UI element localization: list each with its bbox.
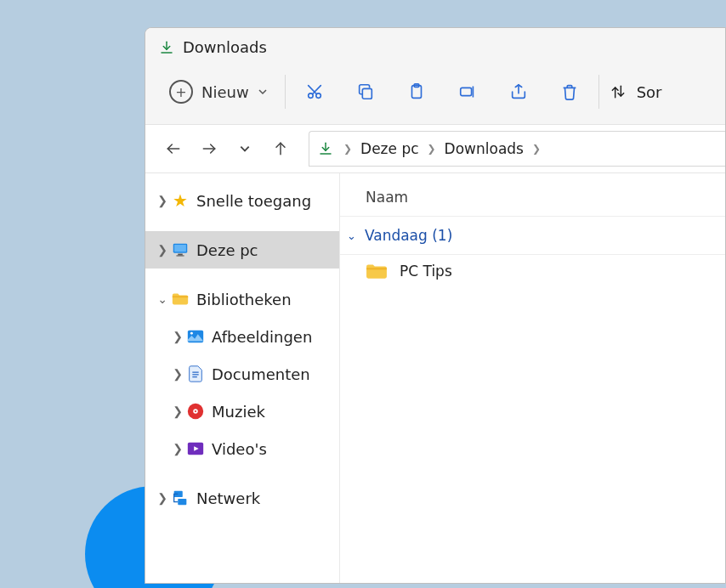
svg-rect-9	[176, 255, 184, 256]
new-button[interactable]: + Nieuw	[164, 76, 273, 107]
sidebar-item-label: Snelle toegang	[196, 192, 311, 210]
sidebar-item-label: Muziek	[212, 403, 265, 421]
chevron-down-icon	[258, 87, 268, 97]
pc-icon	[171, 240, 190, 259]
sidebar-item-label: Deze pc	[196, 241, 258, 259]
plus-icon: +	[169, 80, 193, 104]
forward-button[interactable]	[191, 132, 227, 166]
sidebar-item-this-pc[interactable]: ❯ Deze pc	[145, 231, 339, 269]
toolbar: + Nieuw	[145, 61, 725, 125]
music-icon	[186, 402, 205, 421]
sidebar-item-network[interactable]: ❯ Netwerk	[145, 479, 339, 517]
file-group-header[interactable]: ⌄ Vandaag (1)	[340, 216, 725, 255]
share-button[interactable]	[495, 75, 542, 109]
sort-label: Sor	[637, 83, 662, 101]
sidebar-item-pictures[interactable]: ❯ Afbeeldingen	[145, 318, 339, 355]
toolbar-separator	[285, 75, 286, 109]
sidebar-item-documents[interactable]: ❯ Documenten	[145, 355, 339, 393]
copy-icon	[356, 82, 375, 101]
folder-icon	[366, 262, 388, 280]
sort-button[interactable]: Sor	[610, 83, 662, 101]
share-icon	[509, 82, 528, 101]
svg-rect-2	[362, 88, 372, 99]
file-name: PC Tips	[400, 263, 452, 280]
navigation-pane: ❯ ★ Snelle toegang ❯ Deze pc ⌄	[145, 173, 340, 583]
new-button-label: Nieuw	[201, 83, 249, 101]
svg-rect-19	[366, 268, 387, 269]
breadcrumb-item[interactable]: Downloads	[441, 140, 527, 157]
sidebar-item-label: Video's	[212, 440, 267, 458]
chevron-right-icon: ❯	[343, 143, 352, 155]
file-row[interactable]: PC Tips	[340, 255, 725, 287]
documents-icon	[186, 365, 205, 383]
sidebar-item-quick-access[interactable]: ❯ ★ Snelle toegang	[145, 182, 339, 219]
arrow-right-icon	[201, 140, 218, 157]
paste-icon	[407, 82, 426, 101]
sidebar-item-label: Afbeeldingen	[212, 328, 312, 346]
trash-icon	[560, 82, 579, 101]
window-body: ❯ ★ Snelle toegang ❯ Deze pc ⌄	[145, 173, 725, 583]
star-icon: ★	[171, 191, 190, 210]
address-bar[interactable]: ❯ Deze pc ❯ Downloads ❯	[309, 131, 725, 167]
chevron-right-icon[interactable]: ❯	[154, 243, 171, 257]
chevron-down-icon: ⌄	[347, 229, 356, 242]
chevron-right-icon: ❯	[532, 143, 541, 155]
svg-rect-8	[178, 254, 183, 256]
chevron-right-icon[interactable]: ❯	[169, 367, 186, 381]
svg-point-15	[195, 410, 196, 412]
pictures-icon	[186, 327, 205, 346]
title-bar: Downloads	[145, 28, 725, 61]
rename-button[interactable]	[444, 75, 491, 109]
sidebar-item-label: Documenten	[212, 365, 310, 383]
sidebar-item-label: Netwerk	[196, 489, 260, 507]
sidebar-item-libraries[interactable]: ⌄ Bibliotheken	[145, 280, 339, 318]
navigation-bar: ❯ Deze pc ❯ Downloads ❯	[145, 125, 725, 173]
nav-buttons	[145, 132, 309, 166]
videos-icon	[186, 439, 205, 458]
arrow-left-icon	[165, 140, 182, 157]
sort-icon	[610, 83, 627, 100]
chevron-down-icon[interactable]: ⌄	[154, 292, 171, 306]
column-header-name[interactable]: Naam	[340, 185, 725, 209]
chevron-right-icon: ❯	[428, 143, 436, 155]
downloads-icon	[159, 40, 174, 55]
chevron-right-icon[interactable]: ❯	[169, 404, 186, 418]
delete-button[interactable]	[546, 75, 593, 109]
cut-button[interactable]	[291, 75, 338, 109]
copy-button[interactable]	[342, 75, 389, 109]
network-icon	[171, 489, 190, 507]
window-title: Downloads	[183, 38, 267, 56]
scissors-icon	[305, 82, 324, 101]
chevron-right-icon[interactable]: ❯	[154, 194, 171, 207]
folder-icon	[171, 290, 190, 308]
file-explorer-window: Downloads + Nieuw	[145, 27, 726, 584]
rename-icon	[458, 82, 477, 101]
downloads-icon	[318, 141, 333, 156]
file-list-pane: Naam ⌄ Vandaag (1) PC Tips	[340, 173, 725, 583]
arrow-up-icon	[272, 140, 289, 157]
chevron-down-icon	[239, 143, 251, 155]
svg-rect-7	[174, 245, 186, 252]
sidebar-item-videos[interactable]: ❯ Video's	[145, 430, 339, 467]
chevron-right-icon[interactable]: ❯	[169, 330, 186, 343]
toolbar-separator	[598, 75, 599, 109]
svg-rect-5	[460, 88, 471, 95]
group-label: Vandaag (1)	[365, 227, 452, 244]
chevron-right-icon[interactable]: ❯	[154, 491, 171, 505]
breadcrumb-item[interactable]: Deze pc	[357, 140, 422, 157]
svg-point-12	[190, 332, 193, 335]
svg-rect-18	[178, 499, 186, 505]
chevron-right-icon[interactable]: ❯	[169, 442, 186, 455]
sidebar-item-music[interactable]: ❯ Muziek	[145, 393, 339, 430]
recent-button[interactable]	[227, 132, 263, 166]
up-button[interactable]	[263, 132, 298, 166]
svg-rect-10	[173, 296, 188, 297]
desktop: Downloads + Nieuw	[0, 0, 726, 588]
paste-button[interactable]	[393, 75, 440, 109]
back-button[interactable]	[156, 132, 191, 166]
sidebar-item-label: Bibliotheken	[196, 291, 292, 308]
